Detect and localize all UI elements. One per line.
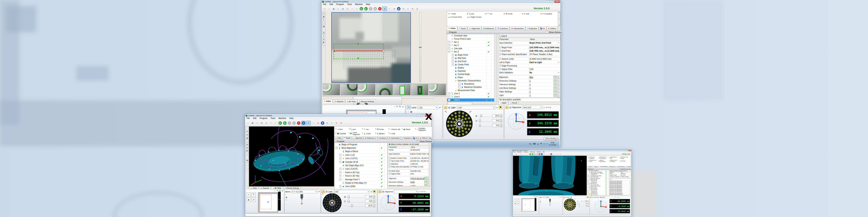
joystick-icon[interactable]: ⋔ bbox=[382, 6, 387, 11]
settings[interactable]: ≡ bbox=[246, 169, 249, 172]
program-tree-row[interactable]: + Radius ✔ bbox=[447, 66, 494, 69]
program-tree-row[interactable]: + Center Point ✔ bbox=[447, 63, 494, 66]
feature-tab[interactable]: ▤Batch bbox=[428, 136, 431, 140]
teach-mode-icon[interactable]: ⌢ bbox=[388, 7, 392, 11]
program-tree-row[interactable]: + Roundness ✔ bbox=[447, 82, 494, 86]
parameter-row[interactable]: Link Move Settings 1 ↗▼ bbox=[498, 86, 560, 90]
tool-item[interactable]: ⍑◇Ebene aus 3 Punkten bbox=[608, 159, 619, 162]
menu-item[interactable]: Edit bbox=[251, 117, 258, 120]
parameter-row[interactable]: Diameter 1.000 mm ↗▼ bbox=[388, 162, 431, 165]
feature-thumbnail[interactable] bbox=[358, 84, 375, 95]
settings-dropdown[interactable]: ▼ bbox=[557, 80, 560, 82]
menu-item[interactable]: Edit bbox=[328, 3, 335, 6]
stage-map[interactable] bbox=[522, 198, 535, 212]
crosshair-tool[interactable]: ✛ bbox=[322, 19, 325, 21]
view-tab[interactable]: ◕3D View bbox=[345, 99, 357, 103]
parameter-row[interactable]: Alignment Mcs ↗▼ bbox=[498, 75, 560, 79]
light-select[interactable]: 1 (8) bbox=[457, 106, 495, 109]
feature-tab[interactable]: ▯Projection bbox=[525, 27, 539, 30]
w2-3d-viewport[interactable] bbox=[249, 126, 334, 186]
video-edge-icon[interactable]: ◄ bbox=[548, 153, 550, 155]
alignment-lock-icon[interactable]: 🔓 bbox=[590, 196, 592, 198]
minimize-button[interactable]: – bbox=[546, 0, 550, 3]
feature-tab[interactable]: ⋈Intersection bbox=[510, 27, 525, 30]
paste-icon[interactable]: ▥ bbox=[522, 153, 524, 155]
params-vscrollbar[interactable] bbox=[429, 143, 431, 186]
camera-tool[interactable]: ◫ bbox=[322, 12, 325, 15]
menu-item[interactable]: Tools bbox=[269, 117, 277, 120]
parameter-row[interactable]: Eingabe Auswahl Netz, unten bbox=[610, 175, 631, 176]
tool-item[interactable]: ⍑◆Plane bbox=[401, 127, 414, 132]
language-indicator[interactable]: NL bbox=[529, 143, 532, 145]
menu-item[interactable]: File bbox=[245, 117, 251, 120]
settings-dropdown[interactable]: ▼ bbox=[557, 83, 560, 86]
tree-expander[interactable]: + bbox=[448, 96, 450, 98]
light-slider-row[interactable]: ◎ 0.0▲▼ bbox=[475, 118, 502, 123]
abort-icon[interactable]: ↯ bbox=[378, 7, 382, 11]
roi-handle-bottom[interactable] bbox=[358, 58, 359, 59]
tree-expander[interactable]: + bbox=[448, 44, 450, 46]
save-icon[interactable]: ▦ bbox=[332, 7, 336, 11]
show-desktop-button[interactable] bbox=[559, 141, 561, 147]
restore-button[interactable]: ❐ bbox=[626, 150, 628, 151]
autofocus-icon[interactable]: ◉ bbox=[397, 7, 401, 11]
flash-tool[interactable]: ↯ bbox=[322, 35, 325, 37]
parameter-row[interactable]: End Point (145.7941 mm,...m,12.2045 mm) … bbox=[498, 49, 560, 53]
program-tree-row[interactable]: + Arc 2 ✔ bbox=[447, 44, 494, 47]
feature-tab[interactable]: ▰Video bbox=[447, 26, 457, 30]
sphere-view-icon[interactable]: ◍ bbox=[541, 153, 543, 156]
parameter-row[interactable]: Begin Point (141.9309 mm,...m,12.2045 mm… bbox=[498, 45, 560, 49]
program-tree-row[interactable]: + Set Origin Align (XY) ✔ bbox=[335, 164, 388, 167]
tool-item[interactable]: ⍑OCircle bbox=[375, 127, 388, 132]
settings-link-icon[interactable]: ↗ bbox=[554, 94, 556, 97]
stage-panel-buttons[interactable]: ♁✎%⚌ bbox=[394, 105, 404, 108]
grid-tool[interactable]: ▦ bbox=[322, 25, 325, 28]
stage-panel-buttons[interactable]: ♁✎%⚌ bbox=[533, 196, 538, 198]
autofocus-icon[interactable]: ◉ bbox=[550, 153, 552, 155]
program-tree-row[interactable]: + Winkel 135° rechts ✔ bbox=[587, 194, 609, 195]
taster-sub-buttons[interactable]: !▣⊙ bbox=[540, 199, 541, 204]
lens-lamp-button[interactable]: ◒ bbox=[407, 106, 411, 109]
alignment-select[interactable]: [Basis] (14) bbox=[600, 196, 616, 198]
volume-icon[interactable]: ◖ bbox=[546, 143, 548, 145]
menu-item[interactable]: Help bbox=[288, 117, 295, 120]
tool-item[interactable]: ⍑╲Line bbox=[348, 127, 362, 132]
fit-point-row[interactable]: Ausrichtung.Z.30 - Antastpunkt 2 ✔ bbox=[610, 182, 631, 183]
parameter-row[interactable]: Edge Processing ↗▼ bbox=[498, 64, 560, 67]
settings-link-icon[interactable]: ↗ bbox=[554, 90, 556, 93]
program-tree-row[interactable]: + Focus Point Z-axis ✔ bbox=[447, 37, 494, 40]
program-tree-row[interactable]: + Central Angle ✔ bbox=[447, 73, 494, 76]
light-on-icon[interactable]: ◉ bbox=[373, 190, 376, 193]
program-tree-row[interactable]: + Geometric Characteristics ✔ bbox=[447, 79, 494, 82]
grid-crosshair-icon[interactable]: ╬ bbox=[559, 153, 562, 155]
feature-tab[interactable]: ⚒Construct bbox=[496, 27, 509, 30]
close-button[interactable]: ✕ bbox=[554, 0, 560, 3]
feature-tab[interactable]: ▯Projection bbox=[401, 136, 412, 140]
grid-crosshair-icon[interactable]: ╬ bbox=[415, 7, 419, 11]
menu-item[interactable]: Program bbox=[335, 3, 345, 6]
alignment-select[interactable] bbox=[394, 190, 418, 193]
tree-expander[interactable]: + bbox=[452, 63, 454, 66]
light-select[interactable]: 1 (8) bbox=[569, 196, 587, 198]
program-tree-row[interactable]: + Point in 3D Y(a) ✔ bbox=[335, 171, 388, 174]
light-slider-row[interactable]: ◍ 10.0▲▼ bbox=[475, 113, 502, 118]
light-level-slider[interactable] bbox=[419, 13, 421, 82]
program-tree-row[interactable]: + Link L2 (XYZ) ✔ bbox=[335, 157, 388, 160]
edge-search-roi[interactable] bbox=[334, 44, 384, 59]
parameter-row[interactable]: Fit Initial Value Normals Only ↗▼ bbox=[388, 169, 431, 173]
save-icon[interactable]: ▦ bbox=[516, 153, 518, 155]
rotate-view-icon[interactable]: ↻ bbox=[334, 121, 339, 125]
undo-icon[interactable]: ↶ bbox=[350, 7, 354, 11]
tool-item[interactable]: ⍑↻Rotieren zur Linie bbox=[587, 159, 598, 162]
run-step-icon[interactable]: ▶ bbox=[283, 121, 287, 125]
fit-point-row[interactable]: Ausrichtung.Z.30 - Antastpunkt 11 ✔ bbox=[610, 193, 631, 195]
parameter-row[interactable]: Strict Validation No ↗▼ bbox=[498, 71, 560, 74]
alignment-lock-icon[interactable]: 🔓 bbox=[505, 106, 508, 109]
feature-tab[interactable]: ⊾Ausrichtung bbox=[598, 165, 609, 168]
joystick-icon[interactable]: ⋔ bbox=[306, 121, 311, 125]
tool-item[interactable]: ⍑◤Cone Segment bbox=[348, 132, 362, 136]
palette-scrollbar[interactable]: ▲≡▼ bbox=[558, 11, 561, 26]
show-paths[interactable]: ∿ bbox=[246, 153, 249, 156]
feature-thumbnail[interactable] bbox=[429, 84, 446, 95]
run-icon[interactable]: ▶ bbox=[359, 7, 364, 11]
